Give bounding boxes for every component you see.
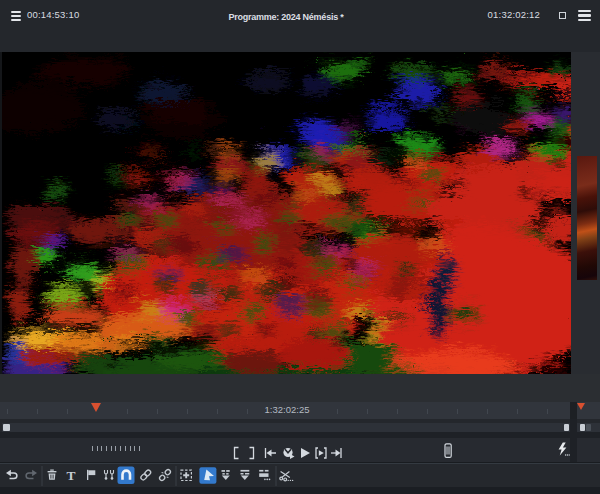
svg-text:T: T — [66, 468, 75, 483]
